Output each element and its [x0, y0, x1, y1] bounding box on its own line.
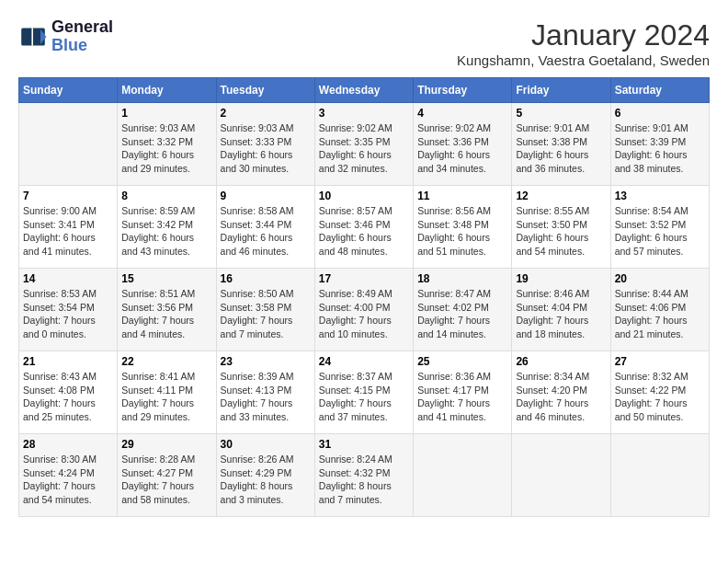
day-info: Sunrise: 8:49 AMSunset: 4:00 PMDaylight:…: [319, 287, 409, 341]
day-number: 24: [319, 355, 409, 368]
day-info: Sunrise: 8:56 AMSunset: 3:48 PMDaylight:…: [417, 204, 507, 259]
calendar-cell: 3Sunrise: 9:02 AMSunset: 3:35 PMDaylight…: [314, 103, 413, 186]
logo-text: General Blue: [51, 18, 113, 55]
week-row-5: 28Sunrise: 8:30 AMSunset: 4:24 PMDayligh…: [19, 434, 710, 517]
day-number: 13: [615, 190, 705, 202]
day-number: 6: [615, 107, 705, 120]
header-cell-monday: Monday: [118, 78, 216, 103]
day-number: 4: [417, 107, 507, 120]
calendar-cell: 19Sunrise: 8:46 AMSunset: 4:04 PMDayligh…: [512, 269, 610, 351]
header-cell-saturday: Saturday: [610, 78, 709, 103]
day-info: Sunrise: 8:32 AMSunset: 4:22 PMDaylight:…: [615, 370, 705, 424]
calendar-cell: 30Sunrise: 8:26 AMSunset: 4:29 PMDayligh…: [216, 434, 314, 517]
calendar-cell: 21Sunrise: 8:43 AMSunset: 4:08 PMDayligh…: [19, 351, 118, 434]
calendar-cell: 6Sunrise: 9:01 AMSunset: 3:39 PMDaylight…: [610, 103, 709, 186]
calendar-cell: 17Sunrise: 8:49 AMSunset: 4:00 PMDayligh…: [314, 269, 413, 351]
day-info: Sunrise: 9:00 AMSunset: 3:41 PMDaylight:…: [23, 204, 113, 259]
day-info: Sunrise: 8:34 AMSunset: 4:20 PMDaylight:…: [516, 370, 606, 424]
day-number: 1: [121, 107, 211, 120]
day-info: Sunrise: 8:28 AMSunset: 4:27 PMDaylight:…: [121, 453, 211, 507]
day-info: Sunrise: 9:02 AMSunset: 3:36 PMDaylight:…: [417, 121, 507, 176]
calendar-cell: 13Sunrise: 8:54 AMSunset: 3:52 PMDayligh…: [610, 186, 709, 269]
day-number: 17: [319, 272, 409, 285]
calendar-cell: 16Sunrise: 8:50 AMSunset: 3:58 PMDayligh…: [216, 269, 314, 351]
day-info: Sunrise: 8:51 AMSunset: 3:56 PMDaylight:…: [121, 287, 211, 341]
day-number: 21: [23, 355, 113, 368]
day-number: 29: [121, 438, 211, 451]
day-info: Sunrise: 8:58 AMSunset: 3:44 PMDaylight:…: [221, 204, 311, 259]
header-row: SundayMondayTuesdayWednesdayThursdayFrid…: [19, 78, 710, 103]
calendar-cell: [19, 103, 118, 186]
calendar-cell: 18Sunrise: 8:47 AMSunset: 4:02 PMDayligh…: [414, 269, 512, 351]
day-info: Sunrise: 8:59 AMSunset: 3:42 PMDaylight:…: [121, 204, 211, 259]
calendar-cell: 1Sunrise: 9:03 AMSunset: 3:32 PMDaylight…: [118, 103, 216, 186]
calendar-cell: 10Sunrise: 8:57 AMSunset: 3:46 PMDayligh…: [314, 186, 413, 269]
day-number: 31: [319, 438, 409, 451]
day-number: 28: [23, 438, 113, 451]
calendar-cell: 8Sunrise: 8:59 AMSunset: 3:42 PMDaylight…: [118, 186, 216, 269]
day-number: 25: [417, 355, 507, 368]
day-info: Sunrise: 8:55 AMSunset: 3:50 PMDaylight:…: [516, 204, 606, 259]
calendar-cell: 12Sunrise: 8:55 AMSunset: 3:50 PMDayligh…: [512, 186, 610, 269]
day-number: 15: [121, 272, 211, 285]
calendar-cell: 9Sunrise: 8:58 AMSunset: 3:44 PMDaylight…: [216, 186, 314, 269]
header-cell-tuesday: Tuesday: [216, 78, 314, 103]
week-row-2: 7Sunrise: 9:00 AMSunset: 3:41 PMDaylight…: [19, 186, 710, 269]
calendar-cell: 24Sunrise: 8:37 AMSunset: 4:15 PMDayligh…: [314, 351, 413, 434]
day-number: 9: [221, 190, 311, 202]
day-info: Sunrise: 8:36 AMSunset: 4:17 PMDaylight:…: [417, 370, 507, 424]
day-number: 16: [221, 272, 311, 285]
day-number: 20: [615, 272, 705, 285]
calendar-table: SundayMondayTuesdayWednesdayThursdayFrid…: [18, 77, 710, 517]
day-number: 14: [23, 272, 113, 285]
day-number: 8: [121, 190, 211, 202]
calendar-cell: 4Sunrise: 9:02 AMSunset: 3:36 PMDaylight…: [414, 103, 512, 186]
header-cell-wednesday: Wednesday: [314, 78, 413, 103]
header-cell-friday: Friday: [512, 78, 610, 103]
calendar-cell: [610, 434, 709, 517]
header-cell-thursday: Thursday: [414, 78, 512, 103]
calendar-cell: 7Sunrise: 9:00 AMSunset: 3:41 PMDaylight…: [19, 186, 118, 269]
day-number: 27: [615, 355, 705, 368]
day-number: 3: [319, 107, 409, 120]
day-number: 10: [319, 190, 409, 202]
day-info: Sunrise: 8:43 AMSunset: 4:08 PMDaylight:…: [23, 370, 113, 424]
day-number: 26: [516, 355, 606, 368]
logo-line1: General: [51, 18, 113, 37]
calendar-cell: 22Sunrise: 8:41 AMSunset: 4:11 PMDayligh…: [118, 351, 216, 434]
day-info: Sunrise: 8:54 AMSunset: 3:52 PMDaylight:…: [615, 204, 705, 259]
calendar-cell: 5Sunrise: 9:01 AMSunset: 3:38 PMDaylight…: [512, 103, 610, 186]
logo: General Blue: [18, 18, 113, 55]
day-info: Sunrise: 9:01 AMSunset: 3:38 PMDaylight:…: [516, 121, 606, 176]
week-row-4: 21Sunrise: 8:43 AMSunset: 4:08 PMDayligh…: [19, 351, 710, 434]
header-cell-sunday: Sunday: [19, 78, 118, 103]
calendar-cell: 20Sunrise: 8:44 AMSunset: 4:06 PMDayligh…: [610, 269, 709, 351]
day-info: Sunrise: 8:57 AMSunset: 3:46 PMDaylight:…: [319, 204, 409, 259]
calendar-cell: [512, 434, 610, 517]
day-number: 22: [121, 355, 211, 368]
day-number: 23: [221, 355, 311, 368]
day-number: 18: [417, 272, 507, 285]
calendar-cell: 11Sunrise: 8:56 AMSunset: 3:48 PMDayligh…: [414, 186, 512, 269]
logo-icon: [18, 22, 48, 52]
calendar-cell: 23Sunrise: 8:39 AMSunset: 4:13 PMDayligh…: [216, 351, 314, 434]
day-info: Sunrise: 8:26 AMSunset: 4:29 PMDaylight:…: [221, 453, 311, 507]
calendar-cell: 26Sunrise: 8:34 AMSunset: 4:20 PMDayligh…: [512, 351, 610, 434]
month-year: January 2024: [457, 18, 710, 52]
day-number: 7: [23, 190, 113, 202]
logo-line2: Blue: [51, 37, 113, 55]
day-info: Sunrise: 8:37 AMSunset: 4:15 PMDaylight:…: [319, 370, 409, 424]
day-info: Sunrise: 8:46 AMSunset: 4:04 PMDaylight:…: [516, 287, 606, 341]
calendar-cell: 27Sunrise: 8:32 AMSunset: 4:22 PMDayligh…: [610, 351, 709, 434]
day-number: 2: [221, 107, 311, 120]
day-number: 11: [417, 190, 507, 202]
calendar-cell: 15Sunrise: 8:51 AMSunset: 3:56 PMDayligh…: [118, 269, 216, 351]
day-info: Sunrise: 8:24 AMSunset: 4:32 PMDaylight:…: [319, 453, 409, 507]
day-info: Sunrise: 8:47 AMSunset: 4:02 PMDaylight:…: [417, 287, 507, 341]
day-info: Sunrise: 8:44 AMSunset: 4:06 PMDaylight:…: [615, 287, 705, 341]
calendar-cell: 14Sunrise: 8:53 AMSunset: 3:54 PMDayligh…: [19, 269, 118, 351]
day-number: 5: [516, 107, 606, 120]
calendar-cell: 31Sunrise: 8:24 AMSunset: 4:32 PMDayligh…: [314, 434, 413, 517]
day-number: 30: [221, 438, 311, 451]
calendar-cell: 2Sunrise: 9:03 AMSunset: 3:33 PMDaylight…: [216, 103, 314, 186]
